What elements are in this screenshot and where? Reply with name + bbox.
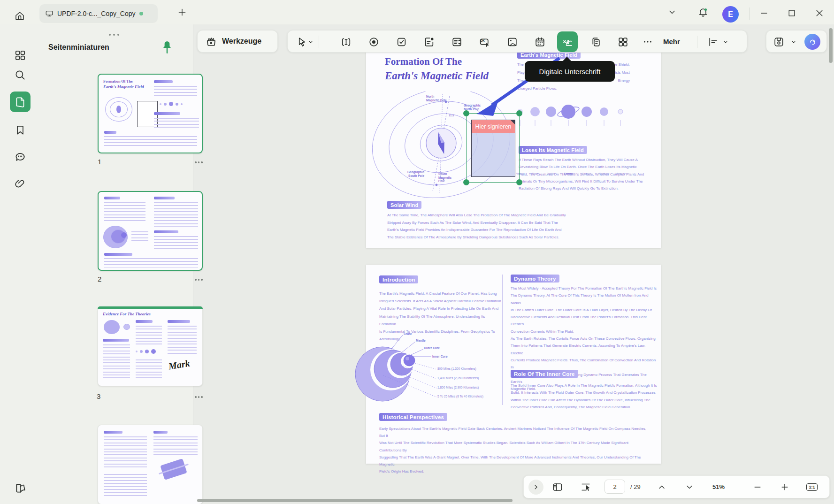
panel-pin-button[interactable] xyxy=(161,40,173,54)
document-tab[interactable]: UPDF-2.0-c..._Copy_Copy xyxy=(39,4,158,23)
radio-button-icon xyxy=(368,36,380,48)
intro-section-label: Introduction xyxy=(379,275,418,283)
resize-handle-bottom-right[interactable] xyxy=(516,179,522,185)
maximize-button[interactable] xyxy=(784,6,799,21)
sign-here-banner[interactable]: Hier signieren xyxy=(472,120,515,133)
titlebar: UPDF-2.0-c..._Copy_Copy E xyxy=(0,0,834,24)
updf-window: Formation Of The Earth's Magnetic Field … xyxy=(0,0,834,504)
pointer-mode-icon xyxy=(580,481,591,493)
alignment-tool-button[interactable] xyxy=(704,33,721,50)
loses-paragraph: If These Rays Reach The Earth Without Ob… xyxy=(519,156,653,192)
plus-icon xyxy=(780,482,789,492)
layer-label-outer-core: Outer Core xyxy=(424,346,440,350)
notifications-button[interactable] xyxy=(696,5,711,20)
more-tools-button[interactable] xyxy=(641,33,655,50)
form-grid-tool-button[interactable] xyxy=(614,33,631,50)
push-button-tool-button[interactable]: OK xyxy=(476,33,493,50)
dropdown-field-tool-button[interactable] xyxy=(421,33,437,50)
pointer-mode-button[interactable] xyxy=(578,480,593,495)
page-number-input[interactable] xyxy=(604,480,625,494)
resize-handle-top-left[interactable] xyxy=(463,110,469,116)
list-box-tool-button[interactable] xyxy=(448,33,465,50)
thumbnail-3-visible-indicator xyxy=(98,306,203,309)
image-field-tool-button[interactable] xyxy=(504,33,520,50)
radio-button-tool-button[interactable] xyxy=(365,33,382,50)
actual-size-button[interactable]: 1:1 xyxy=(804,480,819,495)
tooltip-pointer xyxy=(562,57,572,61)
horizontal-scrollbar[interactable] xyxy=(197,499,513,502)
thumb1-title-line1: Formation Of The xyxy=(103,79,133,84)
select-tool-dropdown[interactable] xyxy=(306,33,316,50)
signature-input-area[interactable] xyxy=(472,133,515,176)
resize-handle-top-right[interactable] xyxy=(516,110,522,116)
expand-panel-button[interactable] xyxy=(528,480,543,495)
rail-attachments-button[interactable] xyxy=(10,174,31,194)
digital-signature-tool-button[interactable] xyxy=(557,31,578,52)
status-bar: / 29 51% 1:1 xyxy=(523,475,830,498)
duplicate-tool-button[interactable] xyxy=(587,33,604,50)
grid-icon xyxy=(617,36,629,48)
previous-page-button[interactable] xyxy=(654,480,669,495)
rail-page-thumbnails-button[interactable] xyxy=(10,92,31,112)
panel-drag-handle[interactable] xyxy=(109,34,119,36)
next-page-button[interactable] xyxy=(682,480,697,495)
tooltip-text: Digitale Unterschrift xyxy=(539,68,601,76)
rail-search-button[interactable] xyxy=(10,65,31,85)
rail-grid-button[interactable] xyxy=(10,45,31,66)
titlebar-dropdown-button[interactable] xyxy=(665,5,680,20)
main-toolbar: OK xyxy=(287,30,747,53)
label-tilt-angle: 11.5 xyxy=(449,114,454,118)
thumbnail-page-2[interactable] xyxy=(98,191,203,271)
thumbnail-2-menu[interactable] xyxy=(195,279,203,281)
text-field-tool-button[interactable] xyxy=(337,33,354,50)
unsaved-indicator-dot xyxy=(139,12,143,15)
page-thumbnails-icon xyxy=(14,96,26,108)
label-geographic-north-pole: Geographic North Pole xyxy=(464,104,481,111)
avatar[interactable]: E xyxy=(722,6,739,23)
column-divider xyxy=(502,275,503,405)
save-button[interactable] xyxy=(770,33,787,50)
historical-paragraph: Early Speculations About The Earth's Mag… xyxy=(379,425,648,475)
thumbnail-1-menu[interactable] xyxy=(195,161,203,163)
search-icon xyxy=(14,69,26,81)
date-field-tool-button[interactable] xyxy=(531,33,548,50)
rail-reader-mode-button[interactable] xyxy=(10,478,31,498)
pdf-page-2[interactable]: Introduction The Earth's Magnetic Field,… xyxy=(366,265,661,464)
signature-field-selection[interactable]: Hier signieren xyxy=(466,113,520,183)
rail-bookmarks-button[interactable] xyxy=(10,120,31,140)
minimize-icon xyxy=(759,8,769,18)
ellipsis-icon xyxy=(643,37,653,47)
alignment-dropdown[interactable] xyxy=(720,33,731,50)
minimize-button[interactable] xyxy=(757,6,772,21)
ai-assistant-button[interactable] xyxy=(804,34,820,50)
checkbox-icon xyxy=(396,36,407,48)
shield-line4: Charged Particle Flows. xyxy=(517,86,557,91)
thumbnail-page-4[interactable] xyxy=(98,425,203,504)
thumbnail-3-menu[interactable] xyxy=(195,396,203,398)
rail-comments-button[interactable] xyxy=(10,146,31,167)
signature-form-field[interactable]: Hier signieren xyxy=(471,120,515,177)
close-button[interactable] xyxy=(812,6,827,21)
zoom-in-button[interactable] xyxy=(777,480,792,495)
plus-icon xyxy=(177,8,187,17)
paperclip-icon xyxy=(12,176,29,193)
tools-icon xyxy=(205,35,217,47)
zoom-out-button[interactable] xyxy=(750,480,765,495)
thumbnail-page-3[interactable]: Evidence For The Theories Mark xyxy=(98,306,203,386)
tools-button[interactable]: Werkzeuge xyxy=(197,30,278,53)
thumb3-signature: Mark xyxy=(168,358,191,372)
save-icon xyxy=(773,36,785,48)
more-label[interactable]: Mehr xyxy=(663,38,680,46)
bookmark-icon xyxy=(14,124,26,136)
checkbox-tool-button[interactable] xyxy=(393,33,410,50)
zoom-level[interactable]: 51% xyxy=(712,483,725,490)
home-button[interactable] xyxy=(11,8,28,24)
ai-sparkle-icon xyxy=(807,37,818,47)
page-layout-button[interactable] xyxy=(550,480,565,495)
resize-handle-bottom-left[interactable] xyxy=(463,179,469,185)
measurement-crust: 5 To 25 Miles (8 To 40 Kilometers) xyxy=(437,395,483,398)
vertical-scrollbar[interactable] xyxy=(829,28,833,63)
new-tab-button[interactable] xyxy=(175,5,190,20)
thumbnail-page-1[interactable]: Formation Of The Earth's Magnetic Field xyxy=(98,74,203,153)
save-dropdown[interactable] xyxy=(788,33,799,50)
